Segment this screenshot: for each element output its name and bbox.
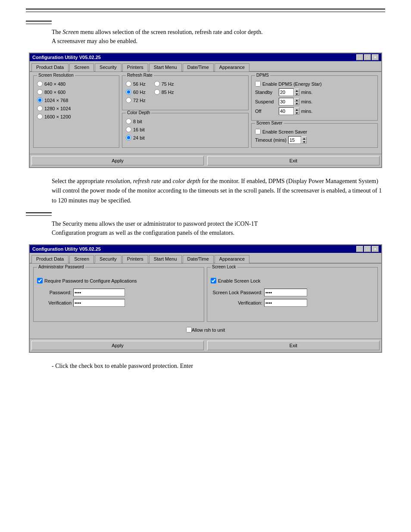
dpms-off-down[interactable]: ▼	[294, 111, 299, 115]
admin-password-input[interactable]	[73, 289, 125, 296]
tab-screen[interactable]: Screen	[69, 63, 94, 72]
dpms-suspend-input[interactable]	[279, 98, 294, 106]
rr-56-item: 56 Hz	[126, 81, 146, 87]
rr-56-radio[interactable]	[126, 81, 131, 87]
dialog2-tab-screen[interactable]: Screen	[69, 255, 94, 263]
dialog1-exit-button[interactable]: Exit	[207, 156, 380, 165]
dialog2-tab-appearance[interactable]: Appearance	[215, 255, 249, 263]
dpms-suspend-unit: mins.	[301, 99, 312, 104]
screen-lock-group: Screen Lock Enable Screen Lock Screen Lo…	[207, 267, 378, 322]
screensaver-enable-checkbox[interactable]	[255, 129, 261, 134]
rr-85-radio[interactable]	[154, 89, 160, 95]
dpms-off-up[interactable]: ▲	[294, 108, 299, 111]
dialog2-exit-button[interactable]: Exit	[207, 341, 380, 350]
dialog2-tab-product-data[interactable]: Product Data	[31, 255, 68, 263]
tab-start-menu[interactable]: Start Menu	[149, 63, 182, 72]
res-1280-item: 1280 × 1024	[37, 106, 115, 111]
tab-product-data[interactable]: Product Data	[31, 63, 68, 72]
cd-8bit-radio[interactable]	[126, 118, 131, 124]
dialog2-tab-start-menu[interactable]: Start Menu	[149, 255, 182, 263]
dialog2-minimize-button[interactable]: _	[356, 246, 363, 252]
screensaver-timeout-row: Timeout (mins) ▲ ▼	[255, 136, 374, 144]
dpms-suspend-down[interactable]: ▼	[294, 102, 299, 105]
dialog1-apply-button[interactable]: Apply	[31, 156, 204, 165]
screensaver-timeout-up[interactable]: ▲	[302, 137, 307, 140]
screen-saver-group: Screen Saver Enable Screen Saver Timeout…	[251, 123, 378, 148]
section2-header-lines	[26, 212, 52, 216]
cd-24bit-radio[interactable]	[126, 135, 131, 140]
dialog2-tab-security[interactable]: Security	[95, 255, 121, 263]
rr-72-radio[interactable]	[126, 97, 131, 103]
tab-security[interactable]: Security	[95, 63, 121, 72]
dpms-options: Enable DPMS (Energy Star) Standby ▲ ▼ mi…	[255, 81, 374, 115]
screen-resolution-group: Screen Resolution 640 × 480 800 × 600 10…	[33, 75, 119, 148]
res-800-item: 800 × 600	[37, 89, 115, 95]
dialog2-maximize-button[interactable]: □	[364, 246, 371, 252]
cd-24bit-item: 24 bit	[126, 135, 245, 140]
dpms-off-input[interactable]	[279, 107, 294, 115]
dialog2-apply-button[interactable]: Apply	[31, 341, 204, 350]
dpms-standby-row: Standby ▲ ▼ mins.	[255, 88, 374, 96]
admin-verification-label: Verification	[37, 300, 72, 305]
screen-lock-verification-input[interactable]	[264, 299, 307, 307]
spacer2	[37, 285, 200, 289]
cd-16bit-radio[interactable]	[126, 127, 131, 132]
screen-lock-password-input[interactable]	[264, 289, 307, 296]
screen-lock-group-label: Screen Lock	[211, 264, 237, 269]
spacer4	[211, 273, 374, 278]
dpms-standby-input[interactable]	[279, 88, 294, 96]
enable-screen-lock-checkbox[interactable]	[211, 278, 216, 283]
spacer5	[211, 285, 374, 289]
require-password-label: Require Password to Configure Applicatio…	[44, 278, 137, 283]
screen-saver-options: Enable Screen Saver Timeout (mins) ▲ ▼	[255, 129, 374, 144]
screen-lock-password-label: Screen Lock Password:	[211, 290, 262, 295]
between-text: Select the appropriate resolution, refre…	[52, 177, 385, 205]
screensaver-enable-label: Enable Screen Saver	[262, 129, 307, 134]
require-password-checkbox[interactable]	[37, 278, 43, 283]
screensaver-timeout-down[interactable]: ▼	[302, 140, 307, 143]
res-640-radio[interactable]	[37, 81, 43, 87]
screen-saver-label: Screen Saver	[255, 121, 284, 125]
rr-60-radio[interactable]	[126, 89, 131, 95]
minimize-button[interactable]: _	[356, 54, 363, 60]
color-depth-group: Color Depth 8 bit 16 bit 24 bit	[122, 113, 249, 148]
dialog2-body: Administrator Password Require Password …	[30, 264, 381, 339]
allow-rsh-label: Allow rsh to unit	[192, 327, 225, 333]
cd-16bit-item: 16 bit	[126, 127, 245, 132]
dialog1-main-row: Screen Resolution 640 × 480 800 × 600 10…	[33, 75, 378, 148]
rr-75-radio[interactable]	[154, 81, 160, 87]
admin-verification-input[interactable]	[73, 299, 125, 307]
right-column: DPMS Enable DPMS (Energy Star) Standby ▲…	[251, 75, 378, 148]
dialog2: Configuration Utility V05.02.25 _ □ × Pr…	[29, 244, 382, 353]
dpms-label: DPMS	[255, 73, 270, 78]
dpms-standby-up[interactable]: ▲	[294, 89, 299, 92]
dpms-enable-item: Enable DPMS (Energy Star)	[255, 81, 374, 87]
refresh-rate-group: Refresh Rate 56 Hz 75 Hz	[122, 75, 249, 110]
screensaver-timeout-input[interactable]	[288, 136, 301, 144]
dialog2-main-row: Administrator Password Require Password …	[33, 267, 378, 322]
dialog2-close-button[interactable]: ×	[372, 246, 379, 252]
rr-75-item: 75 Hz	[154, 81, 174, 87]
dpms-suspend-up[interactable]: ▲	[294, 98, 299, 102]
dpms-enable-label: Enable DPMS (Energy Star)	[262, 81, 322, 87]
maximize-button[interactable]: □	[364, 54, 371, 60]
close-button[interactable]: ×	[372, 54, 379, 60]
res-1280-radio[interactable]	[37, 106, 43, 111]
tab-appearance[interactable]: Appearance	[215, 63, 249, 72]
dpms-standby-down[interactable]: ▼	[294, 92, 299, 96]
dpms-off-unit: mins.	[301, 109, 312, 114]
allow-rsh-checkbox[interactable]	[186, 327, 192, 333]
tab-datetime[interactable]: Date/Time	[183, 63, 214, 72]
screensaver-enable-item: Enable Screen Saver	[255, 129, 374, 134]
dialog2-tab-printers[interactable]: Printers	[122, 255, 148, 263]
res-1600-radio[interactable]	[37, 114, 43, 119]
dpms-enable-checkbox[interactable]	[255, 81, 261, 87]
screen-resolution-options: 640 × 480 800 × 600 1024 × 768 1280 × 10…	[37, 81, 115, 119]
tab-printers[interactable]: Printers	[122, 63, 148, 72]
res-800-radio[interactable]	[37, 89, 43, 95]
dialog2-tab-datetime[interactable]: Date/Time	[183, 255, 214, 263]
refresh-row3: 72 Hz	[126, 97, 245, 106]
rr-72-item: 72 Hz	[126, 97, 146, 103]
res-1024-radio[interactable]	[37, 97, 43, 103]
screen-lock-verification-label: Verification:	[211, 300, 262, 305]
